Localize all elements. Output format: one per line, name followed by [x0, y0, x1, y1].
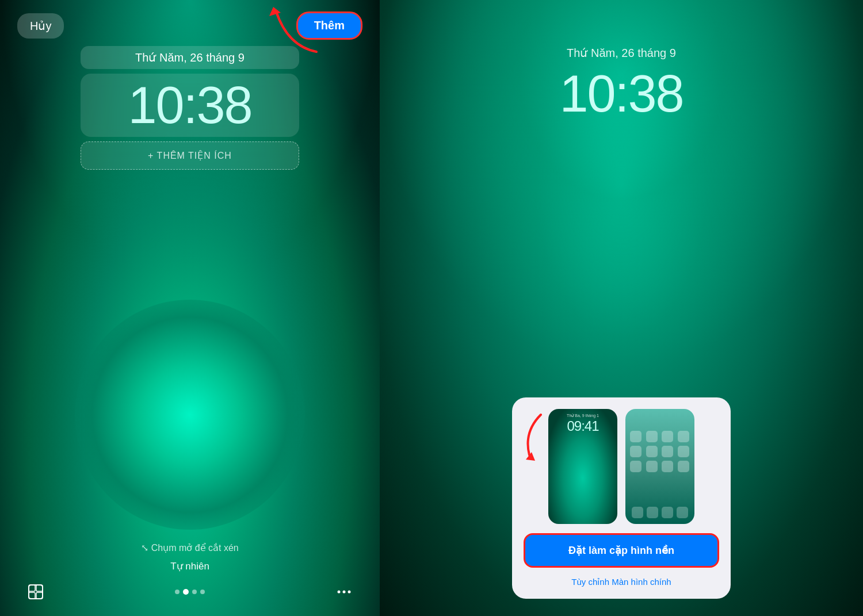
- home-icon: [630, 446, 641, 457]
- dock-icon: [647, 507, 658, 518]
- dot-4[interactable]: [200, 590, 205, 594]
- home-thumb-background: [625, 409, 694, 524]
- dot-2[interactable]: [183, 589, 189, 595]
- home-icon: [662, 431, 673, 442]
- date-text: Thứ Năm, 26 tháng 9: [135, 51, 245, 64]
- popup-arrow: [506, 409, 552, 466]
- home-dock: [630, 507, 690, 518]
- gallery-button[interactable]: [23, 579, 48, 604]
- svg-marker-0: [269, 7, 281, 16]
- set-wallpaper-button[interactable]: Đặt làm cặp hình nền: [524, 533, 719, 568]
- right-phone-panel: Thứ Năm, 26 tháng 9 10:38 Thứ Ba, 9 thán…: [380, 0, 863, 616]
- home-icon: [662, 461, 673, 472]
- style-label: Tự nhiên: [170, 560, 209, 572]
- home-icon: [646, 446, 658, 457]
- lock-screen-thumbnail[interactable]: Thứ Ba, 9 tháng 1 09:41: [548, 409, 617, 524]
- home-icon: [662, 446, 673, 457]
- crop-hint: ⤡ Chụm mở để cắt xén: [141, 542, 238, 553]
- left-phone-panel: Hủy Thêm Thứ Năm, 26 tháng 9 10:38 + THÊ…: [0, 0, 380, 616]
- home-icon: [646, 431, 658, 442]
- home-icon: [678, 431, 689, 442]
- dot-1[interactable]: [175, 590, 180, 594]
- svg-point-8: [348, 591, 351, 594]
- svg-rect-1: [29, 585, 43, 599]
- widget-text: + THÊM TIỆN ÍCH: [148, 151, 232, 160]
- popup-card: Thứ Ba, 9 tháng 1 09:41: [512, 397, 731, 599]
- arrow-annotation: [265, 0, 334, 66]
- dock-icon: [632, 507, 643, 518]
- thumb-time: 09:41: [567, 418, 598, 434]
- dock-icon: [677, 507, 688, 518]
- more-button[interactable]: [331, 579, 357, 604]
- bottom-controls: [0, 579, 380, 604]
- phone-thumbnails: Thứ Ba, 9 tháng 1 09:41: [548, 409, 694, 524]
- page-dots: [175, 589, 205, 595]
- dot-3[interactable]: [192, 590, 197, 594]
- right-time-text: 10:38: [559, 64, 683, 124]
- home-icon: [630, 431, 641, 442]
- home-icons-grid: [625, 426, 694, 477]
- widget-add-button[interactable]: + THÊM TIỆN ÍCH: [81, 141, 299, 170]
- time-pill: 10:38: [81, 74, 299, 137]
- bottom-bar: ⤡ Chụm mở để cắt xén Tự nhiên: [0, 542, 380, 604]
- cancel-button[interactable]: Hủy: [17, 13, 64, 39]
- home-icon: [646, 461, 658, 472]
- svg-point-6: [338, 591, 341, 594]
- thumb-lock-overlay: Thứ Ba, 9 tháng 1 09:41: [548, 409, 617, 439]
- crop-hint-text: ⤡ Chụm mở để cắt xén: [141, 542, 238, 553]
- home-icon: [678, 461, 689, 472]
- home-icon: [630, 461, 641, 472]
- svg-point-7: [343, 591, 346, 594]
- home-screen-thumbnail[interactable]: [625, 409, 694, 524]
- home-icon: [678, 446, 689, 457]
- customize-home-link[interactable]: Tùy chỉnh Màn hình chính: [571, 577, 671, 587]
- time-text: 10:38: [128, 76, 251, 134]
- right-lock-content: Thứ Năm, 26 tháng 9 10:38: [380, 46, 863, 124]
- right-date-text: Thứ Năm, 26 tháng 9: [567, 46, 676, 60]
- svg-marker-9: [526, 452, 535, 461]
- dock-icon: [662, 507, 673, 518]
- thumb-date: Thứ Ba, 9 tháng 1: [567, 414, 599, 418]
